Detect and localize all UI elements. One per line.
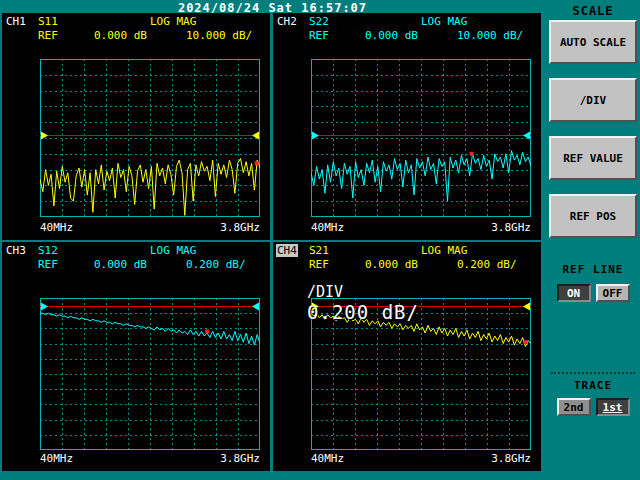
ref-line-off-toggle[interactable]: OFF (596, 284, 630, 302)
sparam-label: S21 (309, 244, 329, 257)
channel-header: CH1 S11 LOG MAG (2, 15, 270, 28)
ref-header: REF 0.000 dB 10.000 dB/ (2, 29, 270, 42)
auto-scale-button[interactable]: AUTO SCALE (549, 20, 637, 64)
stop-frequency-label: 3.8GHz (220, 452, 260, 465)
trace-toggle-row: 2nd 1st (546, 398, 640, 416)
sparam-label: S11 (38, 15, 58, 28)
ref-label: REF (309, 258, 329, 271)
ref-value: 0.000 dB (365, 258, 418, 271)
format-label: LOG MAG (150, 15, 196, 28)
ref-value: 0.000 dB (365, 29, 418, 42)
ref-value: 0.000 dB (94, 29, 147, 42)
ref-label: REF (38, 258, 58, 271)
format-label: LOG MAG (421, 15, 467, 28)
start-frequency-label: 40MHz (311, 452, 344, 465)
trace-label: TRACE (546, 379, 640, 392)
channel-panel-ch1: CH1 S11 LOG MAG REF 0.000 dB 10.000 dB/ … (2, 13, 270, 240)
ref-pos-button[interactable]: REF POS (549, 194, 637, 238)
channel-panel-ch3: CH3 S12 LOG MAG REF 0.000 dB 0.200 dB/ 4… (2, 242, 270, 471)
div-entry-label: /DIV (307, 284, 419, 301)
ref-label: REF (309, 29, 329, 42)
scale-per-div: 10.000 dB/ (186, 29, 252, 42)
softkey-menu: SCALE AUTO SCALE /DIV REF VALUE REF POS … (546, 0, 640, 480)
graticule-ch1 (40, 59, 260, 217)
graticule-ch2 (311, 59, 531, 217)
stop-frequency-label: 3.8GHz (491, 221, 531, 234)
start-frequency-label: 40MHz (40, 221, 73, 234)
channel-header: CH3 S12 LOG MAG (2, 244, 270, 257)
sparam-label: S22 (309, 15, 329, 28)
channel-label: CH4 (276, 244, 298, 257)
ref-header: REF 0.000 dB 10.000 dB/ (273, 29, 541, 42)
channel-label: CH3 (5, 244, 27, 257)
start-frequency-label: 40MHz (311, 221, 344, 234)
div-button[interactable]: /DIV (549, 78, 637, 122)
ref-value: 0.000 dB (94, 258, 147, 271)
channel-panel-ch2: CH2 S22 LOG MAG REF 0.000 dB 10.000 dB/ … (273, 13, 541, 240)
scale-per-div: 0.200 dB/ (457, 258, 517, 271)
sparam-label: S12 (38, 244, 58, 257)
stop-frequency-label: 3.8GHz (491, 452, 531, 465)
channel-header: CH4 S21 LOG MAG (273, 244, 541, 257)
graticule-ch3 (40, 298, 260, 450)
trace-1st-button[interactable]: 1st (596, 398, 630, 416)
ref-label: REF (38, 29, 58, 42)
ref-line-on-toggle[interactable]: ON (557, 284, 591, 302)
scale-per-div: 0.200 dB/ (186, 258, 246, 271)
start-frequency-label: 40MHz (40, 452, 73, 465)
format-label: LOG MAG (150, 244, 196, 257)
ref-header: REF 0.000 dB 0.200 dB/ (2, 258, 270, 271)
menu-title: SCALE (546, 4, 640, 18)
ref-line-label: REF LINE (546, 263, 640, 276)
channel-panel-ch4: CH4 S21 LOG MAG REF 0.000 dB 0.200 dB/ /… (273, 242, 541, 471)
div-entry-value: 0.200 dB/ (307, 301, 419, 323)
trace-2nd-button[interactable]: 2nd (557, 398, 591, 416)
format-label: LOG MAG (421, 244, 467, 257)
ref-line-toggle-row: ON OFF (546, 284, 640, 302)
ref-value-button[interactable]: REF VALUE (549, 136, 637, 180)
channel-header: CH2 S22 LOG MAG (273, 15, 541, 28)
div-entry-overlay: /DIV 0.200 dB/ (307, 284, 419, 323)
analyzer-screen: 2024/08/24 Sat 16:57:07 CH1 S11 LOG MAG … (0, 0, 640, 480)
channel-label: CH2 (276, 15, 298, 28)
channel-label: CH1 (5, 15, 27, 28)
scale-per-div: 10.000 dB/ (457, 29, 523, 42)
stop-frequency-label: 3.8GHz (220, 221, 260, 234)
menu-separator (551, 372, 635, 374)
ref-header: REF 0.000 dB 0.200 dB/ (273, 258, 541, 271)
